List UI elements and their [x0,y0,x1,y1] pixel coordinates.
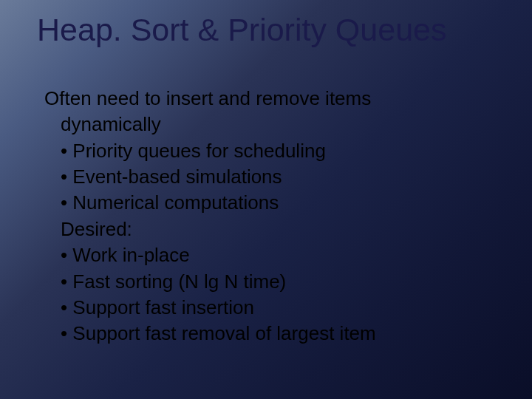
intro-line: Often need to insert and remove items [44,86,502,112]
slide-title: Heap. Sort & Priority Queues [37,12,446,48]
slide-body: Often need to insert and remove items dy… [44,86,502,347]
intro-line-cont: dynamically [61,112,502,137]
bullet-item: • Event-based simulations [61,164,502,190]
bullet-item: • Numerical computations [61,190,502,216]
bullet-item: • Support fast insertion [61,295,502,321]
bullet-item: • Priority queues for scheduling [61,138,502,164]
bullet-item: • Work in-place [61,242,502,268]
slide: Heap. Sort & Priority Queues Often need … [0,0,532,399]
bullet-item: • Support fast removal of largest item [61,321,502,347]
desired-label: Desired: [61,216,502,242]
bullet-item: • Fast sorting (N lg N time) [61,269,502,295]
